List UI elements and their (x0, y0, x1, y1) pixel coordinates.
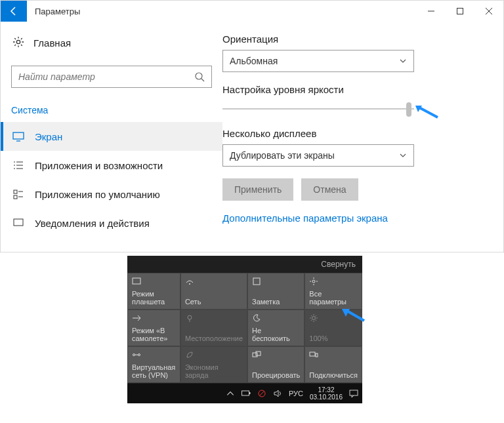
svg-rect-33 (316, 353, 318, 357)
sidebar-item-default-apps[interactable]: Приложения по умолчанию (1, 180, 222, 209)
svg-point-21 (189, 283, 190, 285)
battery-icon[interactable] (242, 389, 251, 398)
svg-line-37 (259, 391, 264, 396)
tile-quiet-hours[interactable]: Не беспокоить (247, 310, 304, 346)
multi-display-select[interactable]: Дублировать эти экраны (222, 144, 414, 167)
brightness-slider[interactable] (222, 100, 419, 120)
minimize-icon (428, 8, 434, 14)
svg-point-5 (196, 73, 202, 79)
orientation-select[interactable]: Альбомная (222, 50, 414, 72)
svg-rect-30 (253, 353, 257, 357)
system-tray[interactable]: РУС 17:32 03.10.2016 (226, 386, 358, 401)
date: 03.10.2016 (310, 393, 343, 401)
airplane-icon (132, 313, 176, 324)
svg-point-26 (312, 317, 316, 320)
sidebar-item-display[interactable]: Экран (1, 122, 222, 151)
search-input[interactable] (11, 66, 212, 88)
apply-button[interactable]: Применить (222, 178, 293, 201)
moon-icon (252, 313, 300, 324)
window-title: Параметры (27, 7, 417, 16)
tile-tablet-mode[interactable]: Режим планшета (127, 273, 180, 310)
tile-note[interactable]: Заметка (247, 273, 304, 310)
close-button[interactable] (474, 1, 503, 22)
search-icon (194, 71, 205, 82)
category-label: Система (1, 98, 222, 122)
nav-label: Экран (35, 131, 62, 142)
svg-rect-7 (13, 132, 24, 139)
defaults-icon (12, 188, 24, 200)
tile-vpn[interactable]: Виртуальная сеть (VPN) (127, 346, 180, 383)
nav-label: Приложения по умолчанию (35, 189, 160, 200)
brightness-label: Настройка уровня яркости (222, 84, 477, 95)
svg-rect-17 (14, 195, 17, 199)
slider-thumb[interactable] (406, 102, 411, 117)
home-label: Главная (33, 37, 71, 49)
tile-network[interactable]: Сеть (180, 273, 247, 310)
annotation-arrow (341, 308, 366, 326)
network-off-icon[interactable] (257, 389, 266, 398)
tile-airplane-mode[interactable]: Режим «В самолете» (127, 310, 180, 346)
tile-all-settings[interactable]: Все параметры (304, 273, 362, 310)
svg-rect-38 (350, 390, 358, 395)
tile-brightness[interactable]: 100% (304, 310, 362, 346)
settings-window: Параметры Главная Система Экран (0, 0, 504, 252)
time: 17:32 (310, 386, 343, 393)
gear-icon (309, 277, 358, 287)
chevron-down-icon (399, 151, 407, 159)
list-icon (12, 159, 24, 171)
window-controls (417, 1, 503, 22)
svg-point-24 (188, 315, 192, 319)
maximize-button[interactable] (446, 1, 474, 22)
tile-project[interactable]: Проецировать (247, 346, 304, 383)
close-icon (486, 8, 492, 14)
tile-location[interactable]: Местоположение (180, 310, 247, 346)
project-icon (252, 350, 300, 361)
minimize-button[interactable] (417, 1, 446, 22)
arrow-left-icon (9, 6, 19, 16)
sidebar-item-notifications[interactable]: Уведомления и действия (1, 209, 222, 237)
maximize-icon (457, 8, 463, 14)
svg-rect-34 (242, 391, 249, 395)
multi-display-label: Несколько дисплеев (222, 128, 477, 139)
svg-point-27 (133, 354, 135, 356)
tile-battery-saver[interactable]: Экономия заряда (180, 346, 247, 383)
language-indicator[interactable]: РУС (289, 390, 303, 397)
svg-rect-32 (310, 352, 315, 356)
notification-icon (12, 217, 24, 229)
titlebar: Параметры (1, 1, 503, 22)
connect-icon (309, 350, 358, 361)
action-center-icon[interactable] (349, 389, 358, 398)
multi-display-value: Дублировать эти экраны (230, 150, 335, 161)
svg-rect-35 (249, 392, 251, 394)
taskbar: РУС 17:32 03.10.2016 (127, 384, 362, 403)
annotation-arrow (414, 104, 439, 123)
nav-label: Уведомления и действия (35, 218, 150, 229)
leaf-icon (185, 350, 243, 361)
orientation-value: Альбомная (230, 56, 278, 66)
cancel-button[interactable]: Отмена (301, 178, 358, 201)
chevron-up-icon[interactable] (226, 389, 235, 398)
svg-rect-15 (14, 190, 17, 193)
advanced-display-link[interactable]: Дополнительные параметры экрана (222, 212, 477, 224)
back-button[interactable] (1, 1, 27, 22)
nav-label: Приложения и возможности (35, 160, 163, 171)
svg-rect-20 (133, 278, 140, 284)
content-pane: Ориентация Альбомная Настройка уровня яр… (222, 22, 503, 252)
svg-rect-31 (256, 352, 261, 355)
sidebar-item-apps[interactable]: Приложения и возможности (1, 151, 222, 180)
vpn-icon (132, 350, 176, 361)
location-icon (185, 313, 243, 324)
volume-icon[interactable] (273, 389, 282, 398)
tile-connect[interactable]: Подключиться (304, 346, 362, 383)
collapse-button[interactable]: Свернуть (127, 256, 362, 273)
clock[interactable]: 17:32 03.10.2016 (310, 386, 343, 401)
svg-line-6 (201, 79, 204, 81)
tablet-icon (132, 277, 176, 287)
sidebar: Главная Система Экран Приложения и возмо… (1, 22, 222, 252)
svg-rect-19 (14, 219, 23, 226)
home-button[interactable]: Главная (1, 30, 222, 60)
svg-point-28 (138, 354, 140, 356)
wifi-icon (185, 277, 243, 287)
search-field[interactable] (18, 71, 194, 82)
svg-point-23 (312, 280, 315, 283)
